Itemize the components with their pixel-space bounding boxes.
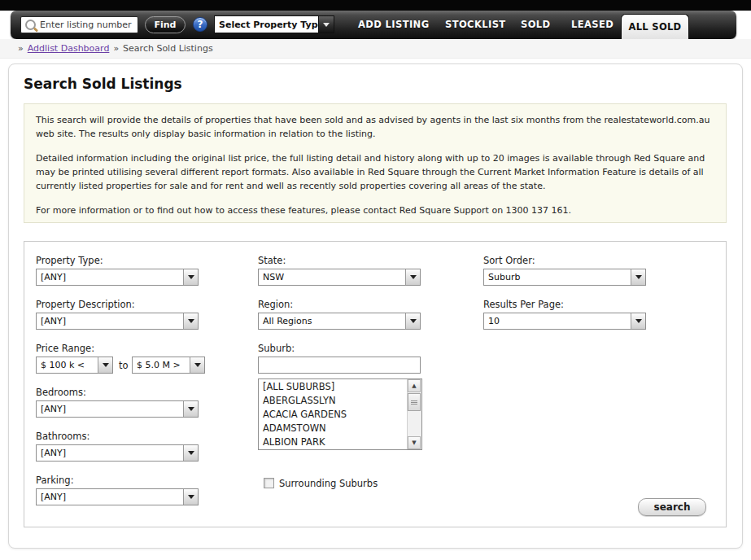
breadcrumb-current: Search Sold Listings xyxy=(123,43,213,54)
suburb-option[interactable]: ALBION PARK xyxy=(259,435,407,449)
main-navbar: Enter listing number Find ? Select Prope… xyxy=(11,11,736,39)
scrollbar-thumb[interactable] xyxy=(408,393,421,411)
sort-order-value: Suburb xyxy=(484,269,631,285)
parking-label: Parking: xyxy=(36,475,74,486)
chevron-down-glyph xyxy=(103,363,109,367)
listing-number-search-input[interactable]: Enter listing number xyxy=(20,16,138,33)
suburb-scrollbar[interactable]: ▲ ▼ xyxy=(407,379,421,449)
breadcrumb-marker: » xyxy=(113,43,119,54)
tab-all-sold[interactable]: ALL SOLD xyxy=(621,14,689,39)
breadcrumb: » Addlist Dashboard » Search Sold Listin… xyxy=(0,39,751,59)
chevron-down-icon[interactable] xyxy=(183,313,198,329)
suburb-option[interactable]: [ALL SUBURBS] xyxy=(259,380,407,394)
scrollbar-up-button[interactable]: ▲ xyxy=(408,379,421,392)
app-window: Enter listing number Find ? Select Prope… xyxy=(0,0,751,560)
info-paragraph: For more information or to find out how … xyxy=(36,203,714,217)
chevron-down-icon[interactable] xyxy=(183,401,198,417)
bathrooms-value: [ANY] xyxy=(37,445,183,461)
price-range-connector: to xyxy=(119,360,129,371)
chevron-down-glyph xyxy=(635,319,642,323)
chevron-down-glyph xyxy=(188,451,194,455)
nav-item-sold[interactable]: SOLD xyxy=(521,11,551,39)
nav-item-leased[interactable]: LEASED xyxy=(571,11,613,39)
chevron-down-glyph xyxy=(410,319,417,323)
parking-select[interactable]: [ANY] xyxy=(36,488,199,505)
chevron-down-icon[interactable] xyxy=(631,313,645,329)
chevron-down-icon[interactable] xyxy=(405,269,420,285)
parking-value: [ANY] xyxy=(37,489,183,505)
info-paragraph: Detailed information including the origi… xyxy=(36,151,714,193)
search-placeholder-text: Enter listing number xyxy=(40,20,132,30)
suburb-option[interactable]: ABERGLASSLYN xyxy=(259,394,407,408)
suburb-option[interactable]: ACACIA GARDENS xyxy=(259,408,407,422)
suburb-label: Suburb: xyxy=(258,343,295,354)
property-description-label: Property Description: xyxy=(36,299,135,310)
breadcrumb-marker: » xyxy=(18,43,24,54)
chevron-down-icon[interactable] xyxy=(183,445,198,461)
nav-item-stocklist[interactable]: STOCKLIST xyxy=(445,11,506,39)
suburb-options: [ALL SUBURBS] ABERGLASSLYN ACACIA GARDEN… xyxy=(259,379,407,449)
bedrooms-select[interactable]: [ANY] xyxy=(36,400,199,418)
chevron-down-icon[interactable] xyxy=(183,489,198,505)
chevron-down-icon[interactable] xyxy=(405,313,420,329)
region-label: Region: xyxy=(258,299,293,310)
region-select[interactable]: All Regions xyxy=(258,313,421,330)
state-label: State: xyxy=(258,255,286,266)
content-panel: Search Sold Listings This search will pr… xyxy=(8,63,743,549)
chevron-down-glyph xyxy=(188,495,194,499)
chevron-down-glyph xyxy=(188,407,194,411)
chevron-down-glyph xyxy=(410,275,417,279)
property-description-value: [ANY] xyxy=(37,313,183,329)
surrounding-suburbs-checkbox[interactable] xyxy=(264,478,274,488)
price-range-label: Price Range: xyxy=(36,343,94,354)
scrollbar-down-button[interactable]: ▼ xyxy=(408,436,421,449)
property-type-selector-value: Select Property Type xyxy=(215,16,318,33)
search-button[interactable]: search xyxy=(638,498,706,516)
suburb-listbox[interactable]: [ALL SUBURBS] ABERGLASSLYN ACACIA GARDEN… xyxy=(258,378,422,450)
search-form: Property Type: [ANY] Property Descriptio… xyxy=(24,241,727,527)
chevron-down-glyph xyxy=(188,319,194,323)
chevron-down-icon[interactable] xyxy=(190,357,204,373)
chevron-down-glyph xyxy=(635,275,642,279)
chevron-down-icon[interactable] xyxy=(631,269,645,285)
top-black-strip xyxy=(0,0,751,11)
sort-order-label: Sort Order: xyxy=(483,255,535,266)
price-max-value: $ 5.0 M > xyxy=(133,357,190,373)
property-type-label: Property Type: xyxy=(36,255,103,266)
property-type-selector[interactable]: Select Property Type xyxy=(214,15,334,33)
state-select[interactable]: NSW xyxy=(258,269,421,286)
chevron-down-icon[interactable] xyxy=(98,357,112,373)
price-max-select[interactable]: $ 5.0 M > xyxy=(132,357,205,374)
chevron-down-glyph xyxy=(194,363,201,367)
search-icon xyxy=(25,20,36,30)
sort-order-select[interactable]: Suburb xyxy=(483,269,646,286)
page-title: Search Sold Listings xyxy=(24,76,182,92)
scrollbar-grip-icon xyxy=(411,400,417,405)
state-value: NSW xyxy=(259,269,405,285)
bathrooms-select[interactable]: [ANY] xyxy=(36,444,199,462)
info-box: This search will provide the details of … xyxy=(24,103,727,223)
price-min-value: $ 100 k < xyxy=(37,357,98,373)
info-paragraph: This search will provide the details of … xyxy=(36,113,714,141)
property-type-select[interactable]: [ANY] xyxy=(36,269,199,286)
bathrooms-label: Bathrooms: xyxy=(36,431,90,442)
find-button[interactable]: Find xyxy=(145,16,186,33)
help-icon[interactable]: ? xyxy=(193,17,207,32)
chevron-down-icon[interactable] xyxy=(183,269,198,285)
chevron-down-icon[interactable] xyxy=(318,16,334,33)
region-value: All Regions xyxy=(259,313,405,329)
nav-item-add-listing[interactable]: ADD LISTING xyxy=(358,11,429,39)
property-description-select[interactable]: [ANY] xyxy=(36,313,199,330)
results-per-page-label: Results Per Page: xyxy=(483,299,564,310)
suburb-option[interactable]: ADAMSTOWN xyxy=(259,422,407,435)
suburb-filter-input[interactable] xyxy=(258,357,421,374)
chevron-down-glyph xyxy=(323,23,330,27)
results-per-page-value: 10 xyxy=(484,313,631,329)
chevron-down-glyph xyxy=(188,275,194,279)
bedrooms-label: Bedrooms: xyxy=(36,387,86,398)
property-type-value: [ANY] xyxy=(37,269,183,285)
breadcrumb-link-dashboard[interactable]: Addlist Dashboard xyxy=(28,43,110,54)
price-min-select[interactable]: $ 100 k < xyxy=(36,357,113,374)
bedrooms-value: [ANY] xyxy=(37,401,183,417)
results-per-page-select[interactable]: 10 xyxy=(483,313,646,330)
